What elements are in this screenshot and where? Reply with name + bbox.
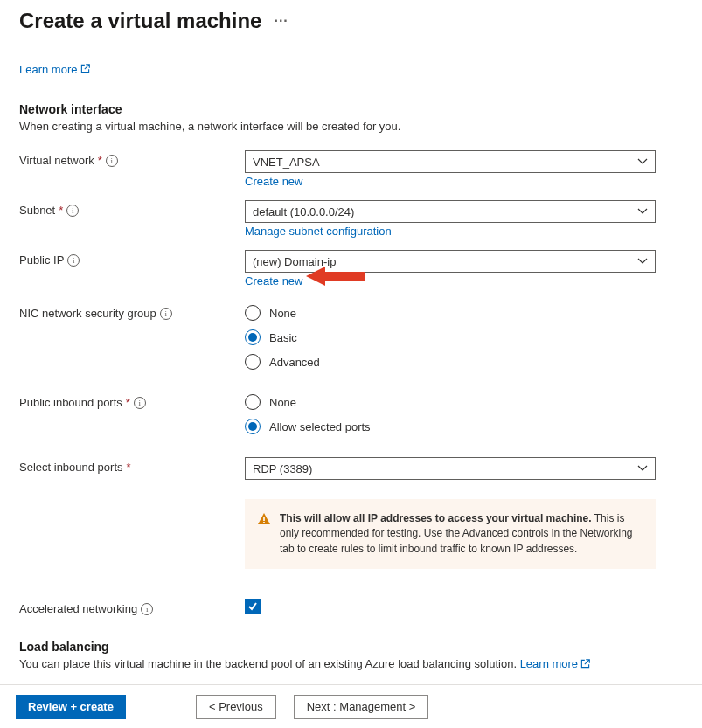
radio-icon (245, 394, 261, 410)
select-inbound-label: Select inbound ports (19, 461, 123, 474)
radio-checked-icon (245, 419, 261, 434)
inbound-radio-allow[interactable]: Allow selected ports (245, 419, 656, 434)
review-create-button[interactable]: Review + create (16, 695, 126, 719)
chevron-down-icon (637, 156, 648, 167)
chevron-down-icon (637, 463, 648, 474)
radio-icon (245, 305, 261, 321)
subnet-select[interactable]: default (10.0.0.0/24) (245, 200, 656, 223)
more-actions-button[interactable]: ··· (274, 13, 288, 29)
info-icon[interactable]: i (141, 603, 153, 615)
svg-rect-1 (263, 522, 265, 523)
nsg-radio-advanced[interactable]: Advanced (245, 354, 656, 370)
vnet-label: Virtual network (19, 154, 94, 167)
wizard-footer: Review + create < Previous Next : Manage… (0, 684, 702, 728)
accel-networking-label: Accelerated networking (19, 602, 137, 615)
info-icon[interactable]: i (67, 254, 80, 267)
inbound-warning: This will allow all IP addresses to acce… (245, 499, 656, 569)
svg-rect-0 (263, 517, 265, 521)
previous-button[interactable]: < Previous (196, 695, 276, 719)
external-link-icon (580, 659, 590, 669)
vnet-create-new-link[interactable]: Create new (245, 175, 302, 188)
info-icon[interactable]: i (134, 397, 146, 409)
nsg-label: NIC network security group (19, 307, 156, 320)
truncated-description (19, 49, 683, 61)
lb-learn-more-link[interactable]: Learn more (520, 657, 590, 670)
chevron-down-icon (637, 206, 648, 217)
info-icon[interactable]: i (106, 155, 118, 167)
required-asterisk: * (59, 204, 63, 217)
public-ip-select[interactable]: (new) Domain-ip (245, 250, 656, 273)
next-button[interactable]: Next : Management > (294, 695, 429, 719)
inbound-ports-label: Public inbound ports (19, 396, 122, 409)
nsg-radio-basic[interactable]: Basic (245, 329, 656, 345)
public-ip-label: Public IP (19, 253, 64, 267)
required-asterisk: * (98, 154, 102, 167)
accel-networking-checkbox[interactable] (245, 599, 261, 614)
network-interface-heading: Network interface (19, 102, 683, 116)
required-asterisk: * (127, 461, 131, 474)
external-link-icon (80, 64, 90, 76)
chevron-down-icon (637, 256, 648, 267)
learn-more-link[interactable]: Learn more (19, 63, 90, 76)
vnet-select[interactable]: VNET_APSA (245, 150, 656, 173)
load-balancing-heading: Load balancing (19, 640, 683, 654)
manage-subnet-link[interactable]: Manage subnet configuration (245, 225, 392, 238)
network-interface-desc: When creating a virtual machine, a netwo… (19, 120, 683, 133)
radio-checked-icon (245, 329, 261, 345)
load-balancing-desc: You can place this virtual machine in th… (19, 657, 683, 670)
public-ip-create-new-link[interactable]: Create new (245, 274, 302, 288)
radio-icon (245, 354, 261, 370)
select-inbound-ports-select[interactable]: RDP (3389) (245, 457, 656, 480)
subnet-label: Subnet (19, 204, 55, 217)
checkmark-icon (247, 601, 258, 612)
warning-icon (257, 512, 271, 526)
page-title: Create a virtual machine ··· (19, 9, 683, 33)
info-icon[interactable]: i (66, 205, 79, 217)
nsg-radio-none[interactable]: None (245, 305, 656, 321)
info-icon[interactable]: i (160, 308, 172, 320)
required-asterisk: * (126, 396, 130, 409)
inbound-radio-none[interactable]: None (245, 394, 656, 410)
